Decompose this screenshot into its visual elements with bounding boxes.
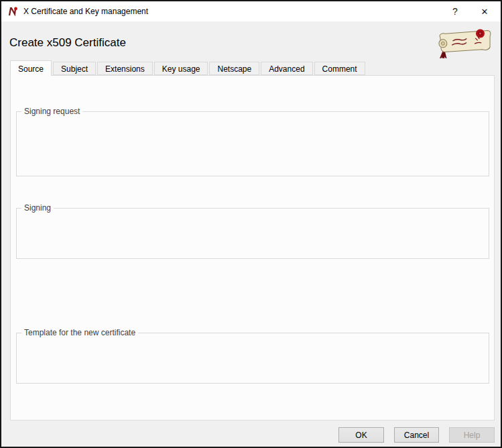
- tab-netscape[interactable]: Netscape: [209, 62, 259, 75]
- template-legend: Template for the new certificate: [21, 328, 138, 337]
- signing-request-group: Signing request: [16, 111, 489, 176]
- cancel-button[interactable]: Cancel: [394, 427, 439, 443]
- tab-subject[interactable]: Subject: [53, 62, 96, 75]
- close-icon[interactable]: ✕: [470, 1, 499, 21]
- page-title: Create x509 Certificate: [9, 36, 126, 50]
- titlebar-help-button[interactable]: ?: [440, 1, 470, 21]
- tab-extensions[interactable]: Extensions: [97, 62, 153, 75]
- tab-source[interactable]: Source: [10, 60, 52, 76]
- signing-group: Signing: [16, 208, 489, 259]
- window-title: X Certificate and Key management: [23, 7, 148, 16]
- tab-key-usage[interactable]: Key usage: [154, 62, 208, 75]
- signing-legend: Signing: [21, 203, 54, 213]
- titlebar: X Certificate and Key management ? ✕: [1, 1, 501, 21]
- xca-logo: [433, 27, 495, 58]
- help-button[interactable]: Help: [449, 427, 495, 443]
- template-group: Template for the new certificate: [16, 333, 489, 384]
- tab-strip: Source Subject Extensions Key usage Nets…: [10, 60, 367, 76]
- app-icon: [7, 6, 19, 17]
- dialog-window: X Certificate and Key management ? ✕ Cre…: [0, 0, 502, 448]
- signing-request-legend: Signing request: [21, 107, 82, 116]
- ok-button[interactable]: OK: [338, 427, 384, 443]
- tab-comment[interactable]: Comment: [314, 62, 365, 75]
- tab-advanced[interactable]: Advanced: [261, 62, 312, 75]
